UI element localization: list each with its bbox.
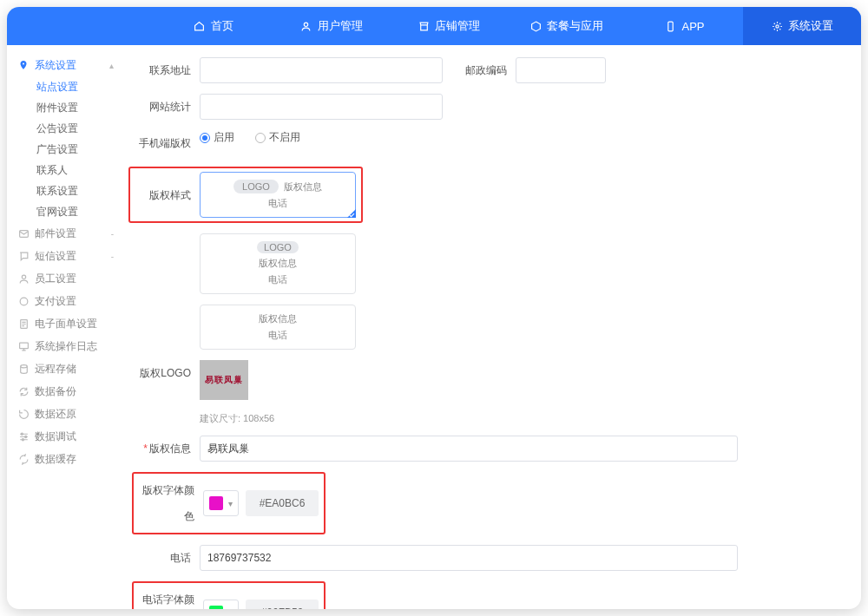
home-icon [194, 20, 206, 32]
cycle-icon [17, 453, 30, 465]
sidebar-group-label: 系统设置 [35, 58, 104, 73]
contact-addr-input[interactable] [200, 57, 443, 83]
sidebar-item[interactable]: 公告设置 [36, 118, 122, 139]
postcode-input[interactable] [516, 57, 606, 83]
sidebar-group[interactable]: 员工设置 [17, 267, 122, 290]
nav-phone[interactable]: APP [626, 7, 744, 45]
svg-point-2 [776, 24, 779, 27]
radio-disable[interactable]: 不启用 [255, 130, 300, 145]
style-option-3[interactable]: 版权信息 电话 [200, 305, 356, 350]
sidebar: 系统设置 ▴ 站点设置附件设置公告设置广告设置联系人联系设置官网设置 邮件设置-… [7, 45, 123, 609]
monitor-icon [17, 340, 30, 352]
person-icon [17, 272, 30, 285]
sidebar-group[interactable]: 支付设置 [17, 290, 122, 312]
sidebar-group[interactable]: 数据备份 [17, 380, 122, 403]
phone-icon [665, 20, 677, 32]
label-stats: 网站统计 [132, 94, 200, 120]
svg-rect-7 [19, 343, 28, 349]
sidebar-group[interactable]: 短信设置- [17, 245, 122, 267]
circle-icon [17, 295, 30, 307]
sidebar-group[interactable]: 数据调试 [17, 425, 122, 448]
form-content: 联系地址 邮政编码 网站统计 手机端版权 启用 不启用 [123, 45, 861, 609]
chevron-down-icon: ▾ [228, 499, 233, 508]
gear-icon [771, 20, 783, 32]
svg-point-5 [20, 298, 28, 305]
label-info: *版权信息 [132, 436, 200, 462]
label-contact-addr: 联系地址 [132, 57, 200, 83]
logo-hint: 建议尺寸: 108x56 [200, 412, 274, 425]
label-style: 版权样式 [135, 182, 200, 208]
restore-icon [17, 408, 30, 420]
label-mobile-copyright: 手机端版权 [132, 130, 200, 156]
style-logo-pill: LOGO [233, 180, 279, 193]
sidebar-group[interactable]: 邮件设置- [17, 222, 122, 245]
sidebar-item[interactable]: 附件设置 [36, 97, 122, 118]
tune-icon [17, 430, 30, 442]
sidebar-group[interactable]: 电子面单设置 [17, 312, 122, 335]
label-phone-color: 电话字体颜色 [139, 587, 203, 609]
nav-user[interactable]: 用户管理 [273, 7, 391, 45]
nav-store[interactable]: 店铺管理 [390, 7, 508, 45]
color-swatch [209, 496, 223, 510]
db-icon [17, 363, 30, 375]
label-postcode: 邮政编码 [465, 63, 507, 78]
nav-home[interactable]: 首页 [155, 7, 273, 45]
info-input[interactable] [200, 436, 738, 462]
phone-color-picker[interactable]: ▾ [203, 600, 239, 609]
nav-cube[interactable]: 套餐与应用 [508, 7, 626, 45]
caret-icon: - [111, 229, 114, 239]
label-info-color: 版权字体颜色 [139, 477, 203, 529]
label-phone: 电话 [132, 545, 200, 571]
phone-input[interactable] [200, 545, 738, 571]
store-icon [418, 20, 430, 32]
stats-input[interactable] [200, 94, 443, 120]
sidebar-group[interactable]: 数据缓存 [17, 448, 122, 470]
sidebar-item[interactable]: 联系人 [36, 160, 122, 180]
chat-icon [17, 250, 30, 262]
sidebar-group[interactable]: 远程存储 [17, 357, 122, 380]
svg-point-8 [20, 364, 27, 367]
sidebar-item[interactable]: 联系设置 [36, 180, 122, 201]
cube-icon [529, 20, 542, 32]
sidebar-item[interactable]: 广告设置 [36, 139, 122, 160]
user-icon [300, 20, 312, 32]
style-option-2[interactable]: LOGO 版权信息 电话 [200, 233, 356, 294]
phone-color-hex: #06FB59 [246, 600, 319, 609]
top-nav: 首页用户管理店铺管理套餐与应用APP系统设置 [7, 7, 861, 45]
info-color-hex: #EA0BC6 [246, 490, 319, 516]
refresh-icon [17, 385, 30, 397]
label-logo: 版权LOGO [132, 360, 200, 386]
pin-icon [17, 59, 30, 71]
info-color-picker[interactable]: ▾ [203, 490, 239, 516]
sidebar-item[interactable]: 官网设置 [36, 201, 122, 222]
svg-point-0 [304, 23, 307, 26]
radio-enable[interactable]: 启用 [200, 130, 234, 145]
sheet-icon [17, 318, 30, 330]
caret-icon: - [111, 252, 114, 261]
check-icon [344, 206, 356, 218]
color-swatch [209, 606, 223, 609]
svg-point-4 [22, 275, 25, 279]
svg-rect-1 [668, 22, 673, 31]
mail-icon [17, 227, 30, 239]
caret-up-icon: ▴ [109, 61, 114, 70]
sidebar-item[interactable]: 站点设置 [36, 76, 122, 97]
sidebar-group[interactable]: 数据还原 [17, 403, 122, 425]
chevron-down-icon: ▾ [228, 608, 233, 610]
sidebar-group[interactable]: 系统操作日志 [17, 335, 122, 357]
logo-thumbnail[interactable]: 易联凤巢 [200, 360, 248, 400]
nav-gear[interactable]: 系统设置 [743, 7, 861, 45]
sidebar-group-system[interactable]: 系统设置 ▴ [17, 54, 122, 76]
style-option-1[interactable]: LOGO 版权信息 电话 [200, 172, 356, 218]
